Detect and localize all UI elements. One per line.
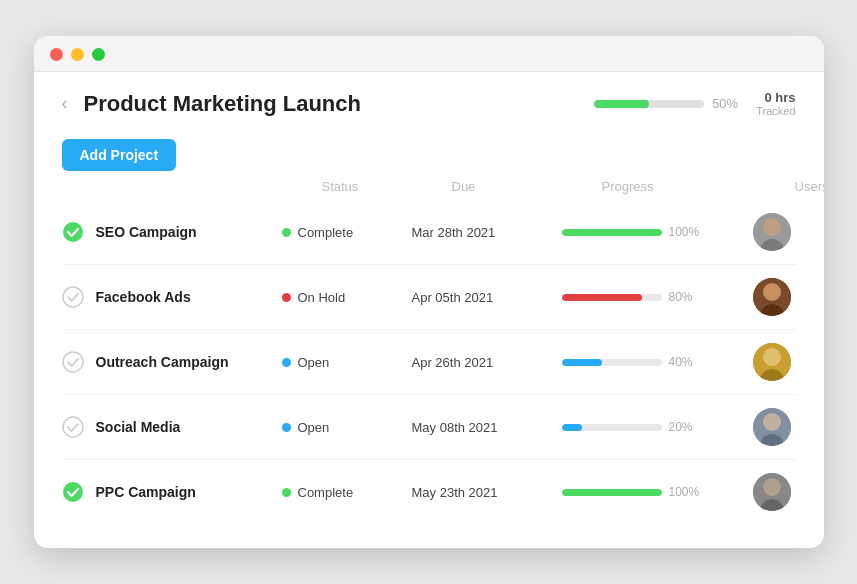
status-dot — [282, 358, 291, 367]
dot-minimize[interactable] — [71, 48, 84, 61]
task-name-cell: Outreach Campaign — [62, 351, 282, 373]
dot-close[interactable] — [50, 48, 63, 61]
back-button[interactable]: ‹ — [62, 93, 68, 114]
main-content: ‹ Product Marketing Launch 50% 0 hrs Tra… — [34, 72, 824, 548]
tracked-hrs: 0 hrs — [756, 90, 795, 105]
task-row[interactable]: SEO Campaign Complete Mar 28th 2021 100% — [62, 200, 796, 265]
svg-point-4 — [63, 482, 83, 502]
header-right: 50% 0 hrs Tracked — [594, 90, 795, 117]
user-cell — [732, 408, 812, 446]
task-due: Apr 26th 2021 — [412, 355, 562, 370]
progress-pct: 100% — [669, 225, 700, 239]
status-label: Complete — [298, 485, 354, 500]
task-status: On Hold — [282, 290, 412, 305]
task-name-cell: PPC Campaign — [62, 481, 282, 503]
task-status: Open — [282, 355, 412, 370]
svg-point-3 — [63, 417, 83, 437]
task-due: Mar 28th 2021 — [412, 225, 562, 240]
task-row[interactable]: Facebook Ads On Hold Apr 05th 2021 80% — [62, 265, 796, 330]
progress-fill — [562, 489, 662, 496]
avatar — [753, 213, 791, 251]
app-window: ‹ Product Marketing Launch 50% 0 hrs Tra… — [34, 36, 824, 548]
avatar — [753, 343, 791, 381]
user-cell — [732, 278, 812, 316]
col-due: Due — [452, 179, 602, 194]
task-progress-cell: 80% — [562, 290, 732, 304]
user-cell — [732, 343, 812, 381]
progress-track — [562, 359, 662, 366]
task-progress-cell: 100% — [562, 225, 732, 239]
tracked-label: Tracked — [756, 105, 795, 117]
task-name: Facebook Ads — [96, 289, 191, 305]
col-progress: Progress — [602, 179, 772, 194]
progress-pct: 100% — [669, 485, 700, 499]
svg-point-1 — [63, 287, 83, 307]
check-icon — [62, 286, 84, 308]
task-progress-cell: 100% — [562, 485, 732, 499]
task-name: Outreach Campaign — [96, 354, 229, 370]
overall-progress-wrap: 50% — [594, 96, 738, 111]
progress-track — [562, 294, 662, 301]
task-status: Open — [282, 420, 412, 435]
task-progress-cell: 20% — [562, 420, 732, 434]
status-dot — [282, 228, 291, 237]
overall-progress-pct: 50% — [712, 96, 738, 111]
toolbar-row: Add Project — [62, 139, 796, 171]
dot-maximize[interactable] — [92, 48, 105, 61]
svg-point-0 — [63, 222, 83, 242]
progress-pct: 20% — [669, 420, 693, 434]
tracked-wrap: 0 hrs Tracked — [756, 90, 795, 117]
avatar — [753, 408, 791, 446]
progress-fill — [562, 359, 602, 366]
task-list: SEO Campaign Complete Mar 28th 2021 100% — [62, 200, 796, 524]
overall-progress-fill — [594, 100, 649, 108]
status-label: Open — [298, 355, 330, 370]
check-icon — [62, 351, 84, 373]
check-icon — [62, 221, 84, 243]
avatar — [753, 278, 791, 316]
add-project-button[interactable]: Add Project — [62, 139, 177, 171]
status-dot — [282, 423, 291, 432]
progress-fill — [562, 424, 582, 431]
task-due: Apr 05th 2021 — [412, 290, 562, 305]
task-row[interactable]: Social Media Open May 08th 2021 20% — [62, 395, 796, 460]
avatar — [753, 473, 791, 511]
status-label: On Hold — [298, 290, 346, 305]
task-due: May 23th 2021 — [412, 485, 562, 500]
task-name-cell: SEO Campaign — [62, 221, 282, 243]
status-label: Complete — [298, 225, 354, 240]
task-row[interactable]: Outreach Campaign Open Apr 26th 2021 40% — [62, 330, 796, 395]
task-status: Complete — [282, 485, 412, 500]
check-icon — [62, 416, 84, 438]
status-label: Open — [298, 420, 330, 435]
col-status: Status — [322, 179, 452, 194]
task-name: SEO Campaign — [96, 224, 197, 240]
title-bar — [34, 36, 824, 72]
svg-point-2 — [63, 352, 83, 372]
status-dot — [282, 293, 291, 302]
task-name: PPC Campaign — [96, 484, 196, 500]
header-row: ‹ Product Marketing Launch 50% 0 hrs Tra… — [62, 90, 796, 117]
progress-fill — [562, 294, 642, 301]
col-users: Users — [772, 179, 824, 194]
task-name-cell: Facebook Ads — [62, 286, 282, 308]
task-name: Social Media — [96, 419, 181, 435]
progress-track — [562, 489, 662, 496]
progress-track — [562, 229, 662, 236]
progress-pct: 40% — [669, 355, 693, 369]
progress-fill — [562, 229, 662, 236]
task-progress-cell: 40% — [562, 355, 732, 369]
task-row[interactable]: PPC Campaign Complete May 23th 2021 100% — [62, 460, 796, 524]
overall-progress-track — [594, 100, 704, 108]
user-cell — [732, 213, 812, 251]
progress-pct: 80% — [669, 290, 693, 304]
user-cell — [732, 473, 812, 511]
task-name-cell: Social Media — [62, 416, 282, 438]
column-headers: Status Due Progress Users — [62, 179, 796, 200]
status-dot — [282, 488, 291, 497]
task-due: May 08th 2021 — [412, 420, 562, 435]
task-status: Complete — [282, 225, 412, 240]
check-icon — [62, 481, 84, 503]
page-title: Product Marketing Launch — [84, 91, 361, 117]
progress-track — [562, 424, 662, 431]
